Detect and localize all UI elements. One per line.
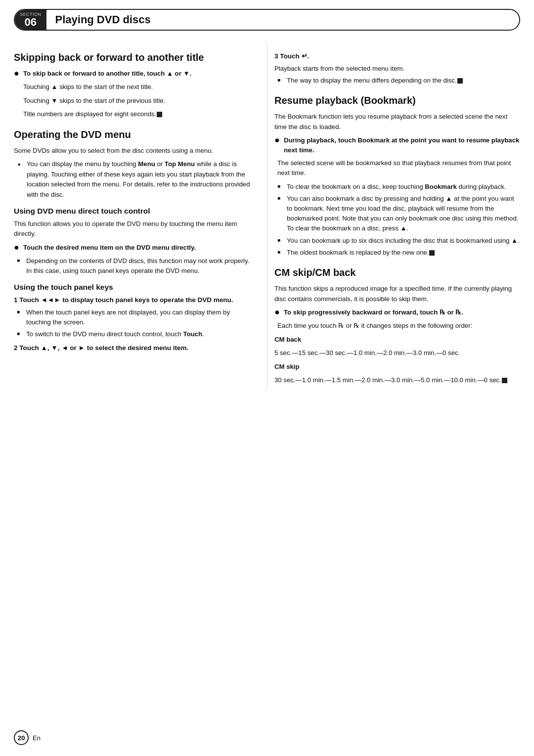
cm-back-label: CM back: [274, 335, 520, 345]
cm-heading: CM skip/CM back: [274, 267, 520, 279]
section-resume-heading: Resume playback (Bookmark): [274, 94, 520, 107]
stop-icon4: [502, 378, 507, 383]
square-bullet-icon5: ■: [277, 182, 284, 191]
page-footer: 20 En: [14, 730, 41, 745]
section-resume-intro: The Bookmark function lets you resume pl…: [274, 112, 520, 132]
cm-bullet-text: Each time you touch ℞ or ℞ it changes st…: [274, 321, 520, 331]
right-column: 3 Touch ↵. Playback starts from the sele…: [267, 43, 520, 389]
section3-sq1: ■ Depending on the contents of DVD discs…: [14, 256, 254, 276]
section1-bullet1: ● To skip back or forward to another tit…: [14, 69, 254, 79]
section1-bullet1-text: To skip back or forward to another title…: [23, 69, 191, 79]
page-language: En: [33, 734, 41, 742]
step3-sq1: ■ The way to display the menu differs de…: [274, 76, 520, 86]
resume-sq1: ■ To clear the bookmark on a disc, keep …: [274, 182, 520, 192]
section3-bullet1: ● Touch the desired menu item on the DVD…: [14, 243, 254, 253]
step1: 1 Touch ◄◄► to display touch panel keys …: [14, 295, 254, 339]
square-bullet-icon8: ■: [277, 248, 284, 257]
resume-bullet-text: The selected scene will be bookmarked so…: [274, 158, 520, 178]
square-bullet-icon3: ■: [17, 329, 24, 338]
resume-sq1-text: To clear the bookmark on a disc, keep to…: [287, 182, 506, 192]
stop-icon: [157, 112, 162, 117]
step2-heading: 2 Touch ▲, ▼, ◄ or ► to select the desir…: [14, 343, 254, 354]
resume-bullet-bold: During playback, touch Bookmark at the p…: [284, 135, 520, 155]
cm-bullet1: ● To skip progressively backward or forw…: [274, 308, 520, 318]
main-content: Skipping back or forward to another titl…: [0, 43, 534, 389]
section2-heading: Operating the DVD menu: [14, 129, 254, 141]
section1-p1: Touching ▲ skips to the start of the nex…: [14, 82, 254, 92]
section2-intro: Some DVDs allow you to select from the d…: [14, 146, 254, 156]
resume-sq2-text: You can also bookmark a disc by pressing…: [287, 194, 520, 233]
cm-skip-value: 30 sec.—1.0 min.—1.5 min.—2.0 min.—3.0 m…: [274, 375, 520, 385]
circle-bullet-icon4: ●: [274, 307, 281, 318]
circle-bullet-icon3: ●: [274, 134, 281, 146]
square-bullet-icon7: ■: [277, 236, 284, 245]
section3-heading: Using DVD menu direct touch control: [14, 207, 254, 216]
stop-icon2: [457, 78, 463, 84]
step1-heading: 1 Touch ◄◄► to display touch panel keys …: [14, 295, 254, 306]
square-bullet-icon4: ■: [277, 76, 284, 85]
section4-heading: Using the touch panel keys: [14, 283, 254, 292]
cm-back-value: 5 sec.—15 sec.—30 sec.—1.0 min.—2.0 min.…: [274, 348, 520, 358]
header-bar: Section 06 Playing DVD discs: [14, 9, 520, 31]
stop-icon3: [429, 250, 435, 256]
resume-bullet1: ● During playback, touch Bookmark at the…: [274, 135, 520, 155]
left-column: Skipping back or forward to another titl…: [14, 43, 267, 389]
section3-bullet-bold: Touch the desired menu item on the DVD m…: [23, 243, 196, 253]
section-number-block: Section 06: [15, 10, 46, 30]
cm-bullet-bold: To skip progressively backward or forwar…: [284, 308, 463, 317]
resume-sq4-text: The oldest bookmark is replaced by the n…: [287, 248, 435, 258]
square-bullet-icon2: ■: [17, 308, 24, 316]
section1-p2: Touching ▼ skips to the start of the pre…: [14, 96, 254, 106]
section3-sq1-text: Depending on the contents of DVD discs, …: [26, 256, 254, 276]
resume-sq3-text: You can bookmark up to six discs includi…: [287, 236, 520, 246]
section1-heading: Skipping back or forward to another titl…: [14, 51, 254, 64]
step3-text: Playback starts from the selected menu i…: [274, 64, 520, 74]
section2-dot1-text: You can display the menu by touching Men…: [27, 159, 254, 200]
square-bullet-icon6: ■: [277, 194, 284, 203]
step1-sq2-text: To switch to the DVD menu direct touch c…: [26, 329, 204, 339]
section-number: 06: [25, 17, 37, 28]
page-title: Playing DVD discs: [46, 13, 151, 26]
dot-bullet-icon: •: [18, 159, 25, 170]
step1-sq1-text: When the touch panel keys are not displa…: [26, 308, 254, 327]
step2: 2 Touch ▲, ▼, ◄ or ► to select the desir…: [14, 343, 254, 354]
step1-sq1: ■ When the touch panel keys are not disp…: [14, 308, 254, 327]
cm-intro: This function skips a reproduced image f…: [274, 284, 520, 304]
step3: 3 Touch ↵. Playback starts from the sele…: [274, 51, 520, 86]
circle-bullet-icon: ●: [14, 68, 21, 79]
resume-sq2: ■ You can also bookmark a disc by pressi…: [274, 194, 520, 233]
section2-dot1: • You can display the menu by touching M…: [14, 159, 254, 200]
resume-sq3: ■ You can bookmark up to six discs inclu…: [274, 236, 520, 246]
circle-bullet-icon2: ●: [14, 242, 21, 253]
step3-sq1-text: The way to display the menu differs depe…: [287, 76, 463, 86]
page-number: 20: [14, 730, 29, 745]
section1-p3: Title numbers are displayed for eight se…: [14, 109, 254, 119]
section3-intro: This function allows you to operate the …: [14, 219, 254, 239]
step1-sq2: ■ To switch to the DVD menu direct touch…: [14, 329, 254, 339]
step3-heading: 3 Touch ↵.: [274, 51, 520, 62]
resume-sq4: ■ The oldest bookmark is replaced by the…: [274, 248, 520, 258]
square-bullet-icon: ■: [17, 256, 24, 265]
cm-skip-label: CM skip: [274, 362, 520, 372]
